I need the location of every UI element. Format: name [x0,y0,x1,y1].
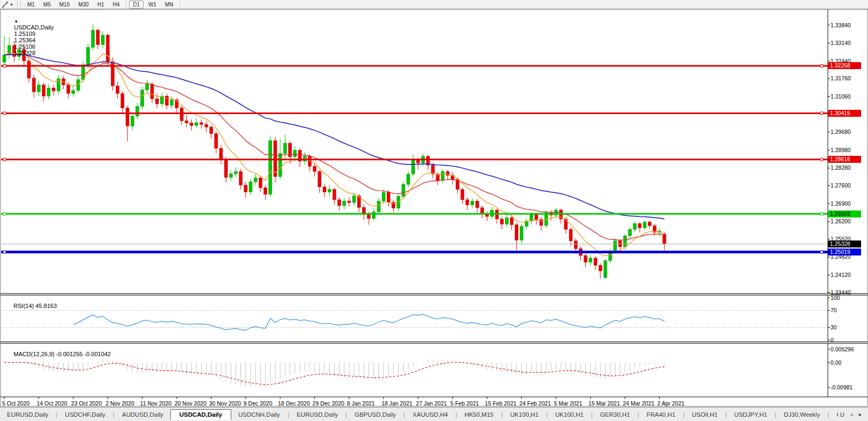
candle-body [229,174,232,177]
timeframe-button-M30[interactable]: M30 [74,1,92,9]
timeframe-button-M15[interactable]: M15 [56,1,73,9]
chart-window[interactable]: ▼ USDCAD,Daily 1.25109 1.25364 1.25106 1… [0,9,868,407]
ma-line-medium [4,54,665,240]
price-axis-tick-label: 1.26900 [831,200,851,207]
candle-body [121,94,124,108]
chart-tab-15-DJ30-Weekly[interactable]: DJ30,Weekly [777,410,827,419]
date-axis-label: 23 Oct 2020 [71,400,102,407]
rsi-value: 45.8163 [35,303,57,309]
level-line-handle[interactable] [820,64,823,67]
chart-tab-1-USDCHF-Daily[interactable]: USDCHF,Daily [58,410,112,419]
symbol-dropdown-icon[interactable]: ▼ [14,19,18,24]
chart-symbol-label: USDCAD,Daily [14,24,54,31]
candle-body [318,171,321,187]
chart-tab-3-USDCAD-Daily[interactable]: USDCAD,Daily [170,409,231,420]
level-price-badge: 1.25019 [828,249,861,255]
candle-body [569,229,572,241]
candle-body [510,218,514,225]
level-line-handle[interactable] [820,158,823,161]
timeframe-button-MN[interactable]: MN [161,1,177,9]
candle-body [259,178,262,187]
macd-value: -0.001255 [56,351,83,357]
chart-tab-14-USDJPY-H1[interactable]: USDJPY,H1 [727,410,774,419]
candle-body [338,200,341,206]
level-line-handle[interactable] [820,251,823,253]
date-axis-label: 11 Nov 2020 [140,400,172,407]
cursor-tool-icon[interactable] [0,1,10,8]
chart-tab-10-UK100-H1[interactable]: UK100,H1 [548,410,591,419]
level-line-handle[interactable] [3,64,6,67]
candle-body [323,187,326,192]
timeframe-button-M5[interactable]: M5 [40,1,55,9]
date-axis-label: 14 Oct 2020 [36,400,67,407]
chart-tab-13-USOil-H1[interactable]: USOil,H1 [685,410,724,419]
level-line-handle[interactable] [3,213,6,215]
chart-tab-5-EURUSD-Daily[interactable]: EURUSD,Daily [290,410,345,419]
candle-body [412,160,415,174]
candle-body [663,234,666,244]
level-line-handle[interactable] [3,251,6,253]
rsi-axis-tick-label: 30 [831,324,837,330]
rsi-line [73,314,665,330]
candle-body [382,192,385,201]
candle-body [67,85,70,93]
candle-body [466,200,469,205]
candle-body [623,236,627,247]
date-axis-label: 18 Jan 2021 [381,400,412,407]
candle-body [352,196,356,202]
level-line-handle[interactable] [3,112,6,115]
chart-tab-6-GBPUSD-Daily[interactable]: GBPUSD,Daily [348,410,403,419]
timeframe-button-D1[interactable]: D1 [129,1,144,9]
price-chart-canvas[interactable] [0,9,868,407]
tab-scroll-left-icon[interactable]: ◄ [847,412,856,417]
macd-axis-tick-label: 0.005296 [831,346,854,352]
current-price-badge: 1.25328 [828,240,861,247]
date-axis-label: 29 Dec 2020 [313,400,345,407]
rsi-axis-tick-label: 0 [831,337,834,343]
chart-tab-2-AUDUSD-Daily[interactable]: AUDUSD,Daily [115,410,170,419]
timeframe-button-W1[interactable]: W1 [145,1,160,9]
date-axis-label: 9 Dec 2020 [244,400,273,407]
chart-tab-16-CHINA300-H1[interactable]: CHINA300,H1 [829,410,837,419]
candle-body [480,208,484,214]
toolbar-separator [180,1,180,7]
candle-body [417,160,420,163]
chart-tab-9-UK100-H1[interactable]: UK100,H1 [503,410,546,419]
level-line-handle[interactable] [3,158,6,161]
ohlc-close: 1.25328 [14,50,35,56]
macd-signal-value: -0.001042 [84,351,111,357]
price-axis-tick-label: 1.28980 [831,147,851,153]
candle-body [628,229,631,236]
macd-axis-tick-label: -0.00981 [831,384,852,390]
candle-body [96,30,100,44]
tab-scroll-right-icon[interactable]: ► [856,412,865,417]
date-axis-label: 2 Apr 2021 [658,400,685,407]
candle-body [535,214,538,220]
chart-tab-12-FRA40-H1[interactable]: FRA40,H1 [639,410,682,419]
level-line-handle[interactable] [820,213,823,215]
chart-tab-7-XAUUSD-H4[interactable]: XAUUSD,H4 [406,410,455,419]
chart-tab-8-HK50-M15[interactable]: HK50,M15 [457,410,500,419]
candle-body [505,218,508,224]
tool-dropdown-icon[interactable]: ▼ [10,3,13,6]
timeframe-button-H1[interactable]: H1 [94,1,108,9]
candle-body [264,187,267,194]
candle-body [348,201,351,202]
timeframe-button-H4[interactable]: H4 [109,1,123,9]
chart-tab-0-EURUSD-Daily[interactable]: EURUSD,Daily [0,410,55,419]
ohlc-open: 1.25109 [14,31,35,37]
candle-body [52,88,55,91]
candle-body [209,127,213,133]
candle-body [244,185,247,192]
chart-tab-4-USDCNH-Daily[interactable]: USDCNH,Daily [231,410,287,419]
price-axis-tick-label: 1.33840 [831,22,851,28]
timeframe-button-M1[interactable]: M1 [24,1,39,9]
candle-body [146,84,149,90]
candle-body [633,224,637,230]
chart-tab-overflow[interactable]: U [838,410,847,419]
chart-tab-11-GER30-H1[interactable]: GER30,H1 [593,410,637,419]
candle-body [224,160,228,178]
toolbar-grip[interactable] [17,2,21,7]
date-axis-label: 15 Feb 2021 [485,400,517,407]
level-line-handle[interactable] [820,112,823,115]
